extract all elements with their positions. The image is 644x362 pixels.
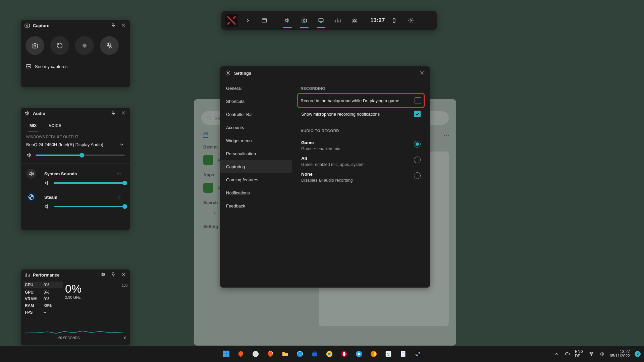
tray-chevron-icon[interactable] xyxy=(553,351,559,357)
output-device-select[interactable]: BenQ GL2450H (Intel(R) Display Audio) xyxy=(21,140,130,151)
options-icon[interactable] xyxy=(100,271,107,279)
close-icon[interactable] xyxy=(120,22,127,29)
nav-capturing[interactable]: Capturing xyxy=(220,160,292,173)
nav-feedback[interactable]: Feedback xyxy=(220,199,292,213)
nav-gaming-features[interactable]: Gaming features xyxy=(220,173,292,186)
nav-personalisation[interactable]: Personalisation xyxy=(220,147,292,160)
nav-accounts[interactable]: Accounts xyxy=(220,121,292,134)
screenshot-button[interactable] xyxy=(25,36,44,55)
tab-voice[interactable]: VOICE xyxy=(47,121,62,131)
audio-widget-icon[interactable] xyxy=(280,13,295,28)
close-icon[interactable] xyxy=(120,271,127,279)
taskbar-app-veracrypt[interactable]: V xyxy=(383,348,394,360)
xbox-social-icon[interactable] xyxy=(347,13,362,28)
xbox-game-bar: 13:27 xyxy=(221,11,437,30)
favorite-icon[interactable]: ☆ xyxy=(117,171,125,177)
nav-shortcuts[interactable]: Shortcuts xyxy=(220,95,292,108)
nav-controller-bar[interactable]: Controller Bar xyxy=(220,108,292,121)
settings-nav: General Shortcuts Controller Bar Account… xyxy=(220,80,292,288)
radio-icon[interactable] xyxy=(414,141,421,147)
capture-widget-icon[interactable] xyxy=(297,13,312,28)
radio-icon[interactable] xyxy=(414,172,421,179)
mic-off-button[interactable] xyxy=(100,36,119,55)
performance-widget-icon[interactable] xyxy=(330,13,345,28)
taskbar-app-edge[interactable] xyxy=(294,348,306,360)
svg-point-18 xyxy=(102,273,103,274)
start-button[interactable] xyxy=(220,348,232,360)
steam-slider[interactable] xyxy=(54,206,125,207)
pin-icon[interactable] xyxy=(110,22,117,29)
active-game-logo[interactable] xyxy=(225,14,238,27)
close-icon[interactable] xyxy=(120,110,127,117)
taskbar-app-chrome-canary[interactable] xyxy=(324,348,335,360)
audio-option-game[interactable]: GameGame + enabled mic xyxy=(301,137,421,153)
taskbar-app-chrome-dev[interactable] xyxy=(353,348,365,360)
wifi-icon[interactable] xyxy=(588,351,594,357)
pin-icon[interactable] xyxy=(110,271,117,279)
onedrive-icon[interactable] xyxy=(564,351,570,357)
nav-general[interactable]: General xyxy=(220,82,292,95)
favorite-icon[interactable]: ☆ xyxy=(117,194,125,200)
taskbar-app-github[interactable] xyxy=(250,348,261,360)
taskbar-app-brave[interactable] xyxy=(235,348,247,360)
pin-icon[interactable] xyxy=(110,110,117,117)
taskbar-app-files[interactable] xyxy=(279,348,291,360)
radio-icon[interactable] xyxy=(414,157,421,163)
svg-point-28 xyxy=(253,351,259,357)
performance-icon xyxy=(24,272,30,278)
language-indicator[interactable]: ENGDE xyxy=(575,350,584,358)
taskbar-app-brave2[interactable] xyxy=(265,348,276,360)
svg-point-20 xyxy=(102,275,103,276)
checkbox-icon[interactable] xyxy=(415,97,421,104)
game-chevron-icon[interactable] xyxy=(240,13,255,28)
nav-widget-menu[interactable]: Widget menu xyxy=(220,134,292,147)
record-background-toggle[interactable]: Record in the background while I'm playi… xyxy=(299,95,423,107)
svg-point-41 xyxy=(415,351,421,357)
steam-icon xyxy=(26,192,36,202)
taskbar-app-store[interactable] xyxy=(309,348,320,360)
record-button[interactable] xyxy=(75,36,94,55)
checkbox-icon[interactable] xyxy=(414,111,421,117)
volume-icon[interactable] xyxy=(599,351,605,357)
widgets-icon[interactable] xyxy=(257,13,272,28)
capture-title: Capture xyxy=(33,23,49,28)
mouse-icon[interactable] xyxy=(387,13,401,28)
gear-icon xyxy=(225,70,231,76)
svg-point-32 xyxy=(328,353,330,355)
windows-taskbar: V ENGDE 13:2705/11/2022 2 xyxy=(0,346,644,362)
svg-point-12 xyxy=(34,45,36,47)
nav-notifications[interactable]: Notifications xyxy=(220,186,292,199)
taskbar-clock[interactable]: 13:2705/11/2022 xyxy=(610,350,630,358)
taskbar-app-notes[interactable] xyxy=(397,348,409,360)
svg-point-5 xyxy=(353,19,355,21)
chevron-down-icon xyxy=(119,141,125,147)
see-captures-link[interactable]: See my captures xyxy=(21,59,130,73)
svg-rect-9 xyxy=(25,24,30,27)
svg-rect-4 xyxy=(319,19,323,22)
audio-title: Audio xyxy=(33,111,45,116)
taskbar-app-opera[interactable] xyxy=(338,348,350,360)
performance-stats: CPU0% GPU3% VRAM0% RAM38% FPS-- xyxy=(25,282,62,316)
svg-rect-25 xyxy=(226,351,229,354)
taskbar-app-firefox[interactable] xyxy=(368,348,379,360)
settings-gear-icon[interactable] xyxy=(404,13,418,28)
performance-widget: Performance CPU0% GPU3% VRAM0% RAM38% FP… xyxy=(21,269,130,345)
svg-point-34 xyxy=(343,352,345,356)
close-icon[interactable] xyxy=(419,69,425,77)
display-widget-icon[interactable] xyxy=(314,13,328,28)
svg-rect-2 xyxy=(302,19,307,22)
default-output-label: WINDOWS DEFAULT OUTPUT xyxy=(21,131,130,140)
audio-option-none[interactable]: NoneDisables all audio recording xyxy=(301,168,421,184)
record-last-button[interactable] xyxy=(50,36,69,55)
taskbar-app-steam[interactable] xyxy=(412,348,424,360)
mic-notification-toggle[interactable]: Show microphone recording notifications xyxy=(301,108,421,120)
notification-badge[interactable]: 2 xyxy=(635,351,641,357)
tab-mix[interactable]: MIX xyxy=(28,121,38,131)
system-sounds-slider[interactable] xyxy=(54,182,125,184)
audio-icon xyxy=(24,110,30,116)
svg-point-6 xyxy=(355,19,357,21)
svg-point-44 xyxy=(591,355,592,356)
audio-option-all[interactable]: AllGame, enabled mic, apps, system xyxy=(301,153,421,168)
svg-rect-30 xyxy=(312,352,317,356)
master-volume-slider[interactable] xyxy=(36,155,125,156)
